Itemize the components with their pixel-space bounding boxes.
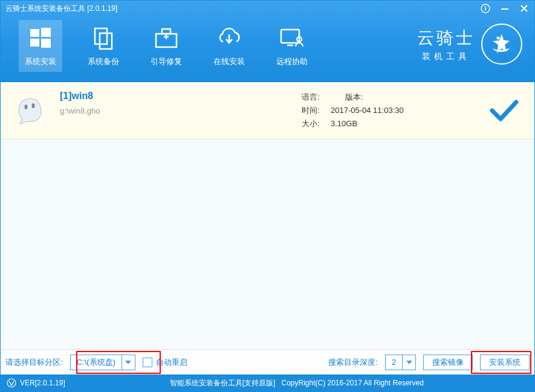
info-icon[interactable] xyxy=(480,3,491,14)
image-item[interactable]: [1]win8 g:\win8.gho 语言: 版本: 时间:2017-05-0… xyxy=(1,82,534,140)
ghost-icon xyxy=(13,92,49,129)
svg-rect-3 xyxy=(501,8,508,10)
tool-system-backup[interactable]: 系统备份 xyxy=(82,20,125,72)
install-system-button[interactable]: 安装系统 xyxy=(480,355,530,370)
content-area: [1]win8 g:\win8.gho 语言: 版本: 时间:2017-05-0… xyxy=(1,82,534,349)
checkbox-box xyxy=(143,358,152,367)
svg-point-16 xyxy=(32,103,35,108)
bottom-bar: 请选择目标分区: C:\(系统盘) 自动重启 搜索目录深度: 2 搜索镜像 安装… xyxy=(1,349,534,374)
partition-label: 请选择目标分区: xyxy=(5,357,63,368)
auto-restart-checkbox[interactable]: 自动重启 xyxy=(143,357,187,368)
header: 云骑士系统安装备份工具 [2.0.1.19] 系统安装 xyxy=(1,1,534,82)
version-indicator: VER[2.0.1.19] xyxy=(7,378,65,388)
tool-label: 系统安装 xyxy=(25,56,56,67)
minimize-icon[interactable] xyxy=(499,3,510,14)
svg-rect-8 xyxy=(95,28,107,44)
image-path: g:\win8.gho xyxy=(60,106,302,115)
monitor-user-icon xyxy=(279,25,305,51)
image-name: [1]win8 xyxy=(60,91,302,101)
tool-remote-assist[interactable]: 远程协助 xyxy=(270,20,314,72)
svg-rect-2 xyxy=(485,8,486,11)
brand: 云骑士 装机工具 xyxy=(417,24,522,65)
close-icon[interactable] xyxy=(519,3,530,14)
svg-rect-11 xyxy=(162,29,170,34)
check-icon xyxy=(486,98,522,123)
brand-name: 云骑士 xyxy=(417,27,475,50)
svg-rect-6 xyxy=(30,39,39,47)
brand-logo-icon xyxy=(481,24,522,65)
titlebar: 云骑士系统安装备份工具 [2.0.1.19] xyxy=(1,1,534,16)
version-icon xyxy=(7,378,16,388)
tool-label: 在线安装 xyxy=(213,56,245,67)
copy-icon xyxy=(90,25,117,51)
svg-rect-9 xyxy=(100,33,112,49)
tool-label: 系统备份 xyxy=(88,56,119,67)
tool-label: 引导修复 xyxy=(151,56,182,67)
svg-rect-7 xyxy=(41,39,51,48)
chevron-down-icon xyxy=(122,355,135,370)
toolbox-icon xyxy=(153,25,180,51)
cloud-download-icon xyxy=(216,25,242,51)
tool-label: 远程协助 xyxy=(276,56,308,67)
tool-system-install[interactable]: 系统安装 xyxy=(19,20,62,72)
partition-dropdown[interactable]: C:\(系统盘) xyxy=(70,355,135,370)
svg-rect-4 xyxy=(30,29,39,37)
search-depth-label: 搜索目录深度: xyxy=(328,357,378,368)
chevron-down-icon xyxy=(402,355,415,370)
status-bar: VER[2.0.1.19] 智能系统安装备份工具[支持原版] CopyRight… xyxy=(1,374,534,391)
tool-online-install[interactable]: 在线安装 xyxy=(207,20,251,72)
search-image-button[interactable]: 搜索镜像 xyxy=(423,355,473,370)
svg-point-14 xyxy=(497,37,500,40)
image-details: 语言: 版本: 时间:2017-05-04 11:03:30 大小:3.10GB xyxy=(302,91,404,130)
brand-sub: 装机工具 xyxy=(422,51,470,62)
svg-rect-12 xyxy=(281,30,299,43)
tool-boot-repair[interactable]: 引导修复 xyxy=(144,20,188,72)
search-depth-dropdown[interactable]: 2 xyxy=(385,355,416,370)
svg-point-15 xyxy=(25,104,28,109)
window-title: 云骑士系统安装备份工具 [2.0.1.19] xyxy=(5,4,480,14)
search-depth-value: 2 xyxy=(386,358,402,367)
partition-value: C:\(系统盘) xyxy=(71,357,122,368)
windows-icon xyxy=(27,25,54,51)
svg-rect-5 xyxy=(41,28,51,37)
svg-point-1 xyxy=(485,6,486,7)
